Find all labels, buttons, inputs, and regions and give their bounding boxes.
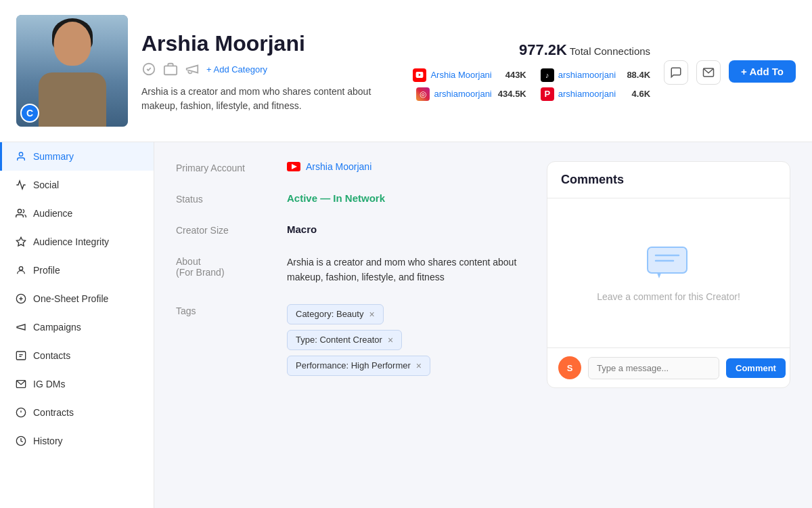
tag-content-creator: Type: Content Creator ×: [287, 330, 402, 350]
comments-body: Leave a comment for this Creator!: [547, 198, 790, 347]
megaphone-icon: [185, 62, 200, 77]
youtube-icon: [413, 68, 426, 82]
creator-badge: C: [20, 104, 39, 123]
svg-point-4: [18, 209, 21, 213]
summary-icon: [16, 151, 26, 162]
sidebar-label-ig-dms: IG DMs: [33, 379, 65, 389]
add-category-btn[interactable]: + Add Category: [206, 64, 267, 75]
tiktok-icon: ♪: [541, 68, 554, 82]
tag-remove-content-creator[interactable]: ×: [388, 335, 393, 345]
sidebar-item-summary[interactable]: Summary: [0, 142, 154, 171]
svg-rect-0: [164, 66, 177, 75]
creator-size-label: Creator Size: [176, 224, 271, 236]
profile-icon: [16, 265, 26, 276]
tags-label: Tags: [176, 304, 271, 316]
creator-size-value: Macro: [287, 224, 531, 235]
sidebar-label-profile: Profile: [33, 265, 60, 276]
creator-header: C Arshia Moorjani + Add Category Arshia …: [0, 0, 812, 142]
creator-badges: + Add Category: [141, 62, 399, 77]
tiktok-count: 88.4K: [620, 70, 650, 80]
youtube-handle[interactable]: Arshia Moorjani: [430, 70, 491, 80]
pinterest-count: 4.6K: [620, 89, 650, 99]
comments-header: Comments: [547, 162, 790, 198]
audience-integrity-icon: [16, 236, 26, 247]
sidebar-item-history[interactable]: History: [0, 427, 154, 455]
instagram-icon: ◎: [416, 87, 430, 101]
field-about: About (For Brand) Arshia is a creator an…: [176, 255, 531, 285]
svg-point-3: [19, 152, 22, 156]
social-row-youtube: Arshia Moorjani 443K: [413, 68, 526, 82]
pinterest-icon: P: [541, 87, 554, 101]
sidebar-item-audience-integrity[interactable]: Audience Integrity: [0, 228, 154, 256]
tag-beauty: Category: Beauty ×: [287, 304, 384, 324]
ig-dms-icon: [16, 379, 26, 389]
sidebar-item-audience[interactable]: Audience: [0, 199, 154, 228]
sidebar-label-summary: Summary: [33, 151, 74, 162]
avatar-container: C: [16, 15, 128, 127]
tag-remove-beauty[interactable]: ×: [369, 309, 374, 320]
body-container: Summary Social Audience Audience Integri…: [0, 142, 812, 508]
summary-fields: Primary Account Arshia Moorjani Status A…: [176, 161, 531, 489]
comments-footer: S Comment: [547, 347, 790, 387]
primary-account-value[interactable]: Arshia Moorjani: [287, 161, 531, 172]
field-status: Status Active — In Network: [176, 192, 531, 205]
sidebar-item-one-sheet-profile[interactable]: One-Sheet Profile: [0, 284, 154, 313]
audience-icon: [16, 208, 26, 219]
field-creator-size: Creator Size Macro: [176, 224, 531, 236]
header-stats: 977.2K Total Connections Arshia Moorjani…: [413, 41, 650, 101]
comment-empty-icon: [645, 245, 692, 282]
sidebar-label-one-sheet-profile: One-Sheet Profile: [33, 293, 108, 304]
primary-account-label: Primary Account: [176, 161, 271, 173]
sidebar-item-contracts[interactable]: Contracts: [0, 398, 154, 427]
tags-container: Category: Beauty × Type: Content Creator…: [287, 304, 531, 376]
sidebar-label-audience: Audience: [33, 208, 72, 219]
about-value: Arshia is a creator and mom who shares c…: [287, 255, 531, 285]
sidebar-label-contacts: Contacts: [33, 350, 70, 361]
app-container: C Arshia Moorjani + Add Category Arshia …: [0, 0, 812, 508]
sidebar-item-ig-dms[interactable]: IG DMs: [0, 370, 154, 398]
chat-button[interactable]: [664, 60, 688, 85]
svg-marker-21: [657, 273, 661, 278]
instagram-handle[interactable]: arshiamoorjani: [434, 89, 491, 99]
total-connections: 977.2K Total Connections: [413, 41, 650, 59]
history-icon: [16, 436, 26, 446]
commenter-avatar: S: [558, 356, 581, 379]
sidebar: Summary Social Audience Audience Integri…: [0, 142, 154, 508]
comments-panel: Comments Leave a comment for this Creato…: [547, 161, 790, 388]
contacts-icon: [16, 350, 26, 361]
main-content: Primary Account Arshia Moorjani Status A…: [154, 142, 812, 508]
status-label: Status: [176, 192, 271, 205]
tag-remove-high-performer[interactable]: ×: [416, 360, 422, 371]
svg-rect-10: [16, 352, 25, 360]
social-row-instagram: ◎ arshiamoorjani 434.5K: [413, 87, 526, 101]
social-row-pinterest: P arshiamoorjani 4.6K: [537, 87, 650, 101]
social-grid: Arshia Moorjani 443K ♪ arshiamoorjani 88…: [413, 68, 650, 101]
social-icon: [16, 179, 26, 190]
mail-button[interactable]: [696, 60, 721, 85]
sidebar-item-campaigns[interactable]: Campaigns: [0, 313, 154, 341]
svg-point-6: [19, 267, 22, 270]
sidebar-item-social[interactable]: Social: [0, 171, 154, 199]
briefcase-icon: [163, 62, 178, 77]
header-actions: + Add To: [664, 58, 796, 85]
social-row-tiktok: ♪ arshiamoorjani 88.4K: [537, 68, 650, 82]
sidebar-item-profile[interactable]: Profile: [0, 256, 154, 284]
add-to-button[interactable]: + Add To: [729, 60, 796, 83]
about-label: About (For Brand): [176, 255, 271, 278]
creator-bio: Arshia is a creator and mom who shares c…: [141, 85, 399, 113]
creator-name: Arshia Moorjani: [141, 31, 399, 56]
pinterest-handle[interactable]: arshiamoorjani: [558, 89, 616, 99]
tag-high-performer: Performance: High Performer ×: [287, 356, 430, 376]
youtube-count: 443K: [496, 70, 526, 80]
primary-account-yt-icon: [287, 162, 300, 171]
tiktok-handle[interactable]: arshiamoorjani: [558, 70, 616, 80]
svg-marker-5: [16, 237, 25, 246]
sidebar-item-contacts[interactable]: Contacts: [0, 341, 154, 370]
sidebar-label-audience-integrity: Audience Integrity: [33, 236, 109, 247]
one-sheet-icon: [16, 293, 26, 304]
verified-icon: [141, 62, 156, 77]
field-tags: Tags Category: Beauty × Type: Content Cr…: [176, 304, 531, 376]
comment-submit-button[interactable]: Comment: [726, 358, 786, 378]
field-primary-account: Primary Account Arshia Moorjani: [176, 161, 531, 173]
comment-input[interactable]: [588, 357, 719, 379]
